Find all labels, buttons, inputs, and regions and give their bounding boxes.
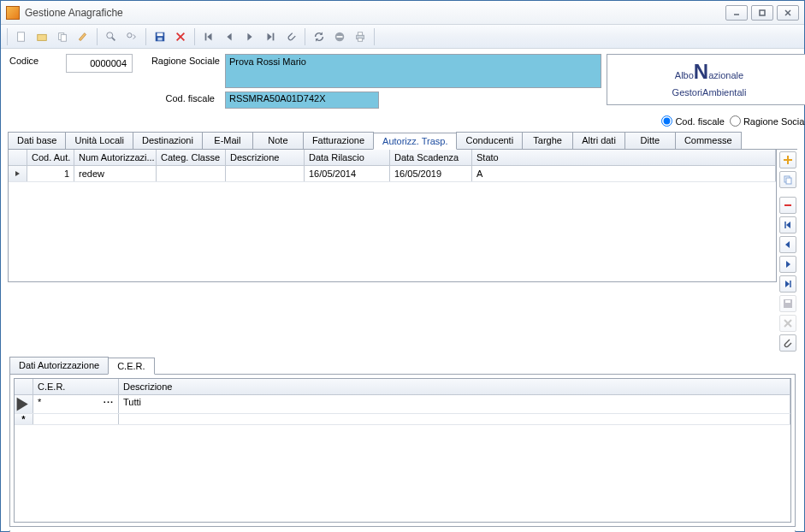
tab-ditte[interactable]: Ditte [624,132,676,149]
new-icon[interactable] [12,27,31,46]
ragione-sociale-input[interactable]: Prova Rossi Mario [225,54,601,88]
tab-targhe[interactable]: Targhe [522,132,573,149]
svg-point-8 [107,32,113,38]
albo-logo: AlboNazionale GestoriAmbientali [607,54,805,105]
save-icon[interactable] [151,27,169,46]
refresh-icon[interactable] [310,27,329,46]
copy-row-button[interactable] [779,171,796,188]
minimize-button[interactable] [725,5,748,21]
tab-commesse[interactable]: Commesse [675,132,742,149]
svg-rect-4 [18,32,25,41]
new-row[interactable]: * [15,414,790,425]
col-stato[interactable]: Stato [472,150,776,165]
svg-rect-1 [760,10,765,15]
tab-autorizz-trasp[interactable]: Autorizz. Trasp. [373,133,457,150]
cancel-row-button[interactable] [779,315,796,332]
find-icon[interactable] [102,27,121,46]
table-row[interactable]: 1 redew 16/05/2014 16/05/2019 A [9,166,776,182]
toolbar [1,25,804,49]
attach-row-button[interactable] [779,334,796,352]
nav-last-icon[interactable] [261,27,280,46]
tab-note[interactable]: Note [252,132,304,149]
tab-dati-base[interactable]: Dati base [8,132,66,149]
window-title: Gestione Anagrafiche [25,7,123,19]
ragione-label: Ragione Sociale [138,54,220,66]
radio-codfiscale[interactable]: Cod. fiscale [661,115,724,127]
radio-ragione[interactable]: Ragione Sociale [730,115,805,127]
tab-email[interactable]: E-Mail [202,132,253,149]
col-categ[interactable]: Categ. Classe [157,150,226,165]
codice-input[interactable]: 0000004 [66,54,133,73]
svg-rect-19 [337,36,343,38]
cer-grid[interactable]: C.E.R. Descrizione *··· Tutti * [14,378,791,523]
tab-destinazioni[interactable]: Destinazioni [133,132,203,149]
col-descr[interactable]: Descrizione [226,150,305,165]
row-indicator-icon [9,166,27,181]
svg-rect-7 [61,34,66,41]
tab-fatturazione[interactable]: Fatturazione [303,132,374,149]
titlebar: Gestione Anagrafiche [1,1,804,25]
grid-side-toolbar [777,150,797,352]
svg-rect-12 [157,33,163,36]
print-icon[interactable] [351,27,370,46]
svg-point-10 [127,33,132,37]
ellipsis-button[interactable]: ··· [104,397,114,407]
svg-line-9 [112,37,115,40]
open-icon[interactable] [33,27,51,46]
col-cer-descr[interactable]: Descrizione [119,379,790,394]
nav-first-row-button[interactable] [779,216,796,233]
tab-unita-locali[interactable]: Unità Locali [65,132,133,149]
codice-label: Codice [9,54,61,66]
edit-icon[interactable] [74,27,92,46]
subtab-cer[interactable]: C.E.R. [108,358,154,375]
col-scadenza[interactable]: Data Scadenza [390,150,472,165]
col-rilascio[interactable]: Data Rilascio [305,150,390,165]
subgrid-corner [15,379,33,394]
nav-next-row-button[interactable] [779,256,796,273]
cer-panel: C.E.R. Descrizione *··· Tutti * [9,374,796,527]
svg-rect-22 [358,38,362,41]
delete-icon[interactable] [171,27,190,46]
svg-rect-26 [786,178,791,184]
stop-icon[interactable] [330,27,349,46]
header-form: Codice 0000004 Ragione Sociale Prova Ros… [1,49,804,127]
codfiscale-label: Cod. fiscale [66,92,220,103]
svg-rect-31 [785,300,790,303]
table-row[interactable]: *··· Tutti [15,395,790,414]
delete-row-button[interactable] [779,197,796,214]
copy-icon[interactable] [53,27,72,46]
col-cod-aut[interactable]: Cod. Aut. [27,150,74,165]
find-next-icon[interactable] [122,27,141,46]
new-row-indicator: * [15,414,33,424]
codfiscale-input[interactable]: RSSMRA50A01D742X [225,92,379,109]
svg-rect-5 [38,34,47,40]
save-row-button[interactable] [779,295,796,312]
grid-corner [9,150,27,165]
col-num-aut[interactable]: Num Autorizzazi... [74,150,157,165]
attach-icon[interactable] [281,27,300,46]
nav-first-icon[interactable] [199,27,218,46]
subtab-dati-autorizzazione[interactable]: Dati Autorizzazione [9,357,109,374]
add-row-button[interactable] [779,151,796,168]
nav-last-row-button[interactable] [779,275,796,293]
maximize-button[interactable] [751,5,773,21]
window: Gestione Anagrafiche Codice 0000004 Ra [0,0,805,532]
row-indicator-icon [15,395,33,413]
main-tabs: Dati base Unità Locali Destinazioni E-Ma… [8,132,797,150]
close-button[interactable] [777,5,799,21]
nav-next-icon[interactable] [240,27,259,46]
tab-altri-dati[interactable]: Altri dati [572,132,625,149]
col-cer[interactable]: C.E.R. [33,379,119,394]
svg-rect-21 [358,32,362,35]
nav-prev-icon[interactable] [220,27,239,46]
sub-tabs: Dati Autorizzazione C.E.R. [9,357,796,374]
nav-prev-row-button[interactable] [779,236,796,253]
app-icon [6,6,20,20]
tab-conducenti[interactable]: Conducenti [456,132,523,149]
autorizz-grid[interactable]: Cod. Aut. Num Autorizzazi... Categ. Clas… [8,150,777,282]
svg-rect-13 [157,37,162,40]
